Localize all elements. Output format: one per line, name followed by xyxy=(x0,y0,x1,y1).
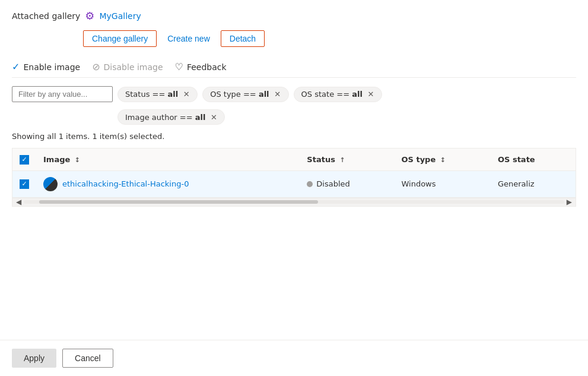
scrollbar-thumb[interactable] xyxy=(39,200,318,204)
table-header-checkbox-cell: ✓ xyxy=(12,148,36,170)
detach-button[interactable]: Detach xyxy=(221,30,265,47)
status-value: Disabled xyxy=(316,179,349,188)
disable-image-label: Disable image xyxy=(104,62,163,72)
status-cell: Disabled xyxy=(307,179,387,188)
table-sort-status-icon[interactable]: ↑ xyxy=(339,156,345,164)
table-row: ✓ ethicalhacking-Ethical-Hacking-0 Disab… xyxy=(12,170,576,197)
table-header-osstate: OS state xyxy=(491,148,576,170)
table-header-image: Image ↕ xyxy=(36,148,300,170)
table-cell-image: ethicalhacking-Ethical-Hacking-0 xyxy=(36,170,300,197)
table-cell-status: Disabled xyxy=(300,170,394,197)
filter-tag-ostype-text: OS type == all xyxy=(210,90,269,99)
filter-tag-status-close[interactable]: ✕ xyxy=(182,90,191,99)
footer: Apply Cancel xyxy=(0,340,588,376)
table-row-checkbox[interactable]: ✓ xyxy=(20,179,29,189)
filter-input[interactable] xyxy=(12,86,113,102)
attached-gallery-header: Attached gallery ⚙ MyGallery xyxy=(12,10,576,22)
gallery-settings-icon: ⚙ xyxy=(85,10,94,22)
feedback-toolbar-item[interactable]: ♡ Feedback xyxy=(175,61,227,72)
filter-tag-status-text: Status == all xyxy=(125,90,178,99)
gallery-name-link[interactable]: MyGallery xyxy=(99,11,141,21)
table-header-status: Status ↑ xyxy=(300,148,394,170)
image-cell: ethicalhacking-Ethical-Hacking-0 xyxy=(43,177,293,191)
table-header-image-label: Image xyxy=(43,155,70,164)
table-row-checkbox-cell: ✓ xyxy=(12,170,36,197)
scrollbar-track[interactable] xyxy=(24,200,564,204)
filter-section: Status == all ✕ OS type == all ✕ OS stat… xyxy=(12,86,576,102)
images-table: ✓ Image ↕ Status ↑ OS type ↕ OS state xyxy=(12,148,576,198)
table-cell-osstate: Generaliz xyxy=(491,170,576,197)
cancel-button[interactable]: Cancel xyxy=(62,349,113,368)
heart-icon: ♡ xyxy=(175,61,183,72)
filter-tag-osstate-text: OS state == all xyxy=(301,90,363,99)
table-sort-image-icon[interactable]: ↕ xyxy=(75,156,80,164)
table-header-ostype-label: OS type xyxy=(401,155,436,164)
scroll-right-arrow[interactable]: ▶ xyxy=(564,198,574,206)
disable-circle-icon: ⊘ xyxy=(92,61,100,72)
filter-tag-imageauthor-text: Image author == all xyxy=(125,113,205,122)
toolbar: ✓ Enable image ⊘ Disable image ♡ Feedbac… xyxy=(12,56,576,78)
filter-tag-osstate-close[interactable]: ✕ xyxy=(366,90,376,99)
table-header-osstate-label: OS state xyxy=(498,155,535,164)
table-header-ostype: OS type ↕ xyxy=(394,148,490,170)
images-table-container: ✓ Image ↕ Status ↑ OS type ↕ OS state xyxy=(12,148,576,207)
count-text: Showing all 1 items. 1 item(s) selected. xyxy=(12,132,576,141)
action-buttons-row: Change gallery Create new Detach xyxy=(12,30,576,47)
enable-image-label: Enable image xyxy=(23,62,80,72)
change-gallery-button[interactable]: Change gallery xyxy=(83,30,157,47)
attached-gallery-label: Attached gallery xyxy=(12,11,80,21)
filter-tag-ostype-close[interactable]: ✕ xyxy=(273,90,282,99)
horizontal-scrollbar[interactable]: ◀ ▶ xyxy=(12,198,576,206)
filter-row2: Image author == all ✕ xyxy=(12,109,576,125)
create-new-button[interactable]: Create new xyxy=(159,31,218,46)
image-thumbnail-icon xyxy=(43,177,58,191)
table-sort-ostype-icon[interactable]: ↕ xyxy=(440,156,446,164)
disable-image-toolbar-item[interactable]: ⊘ Disable image xyxy=(92,61,163,72)
table-header-checkbox[interactable]: ✓ xyxy=(20,155,29,165)
feedback-label: Feedback xyxy=(187,62,227,72)
table-header-status-label: Status xyxy=(307,155,335,164)
filter-tag-osstate: OS state == all ✕ xyxy=(294,87,382,102)
table-header-row: ✓ Image ↕ Status ↑ OS type ↕ OS state xyxy=(12,148,576,170)
filter-tag-imageauthor: Image author == all ✕ xyxy=(117,109,225,125)
apply-button[interactable]: Apply xyxy=(12,349,56,368)
table-cell-ostype: Windows xyxy=(394,170,490,197)
enable-image-toolbar-item[interactable]: ✓ Enable image xyxy=(12,61,80,72)
filter-tag-ostype: OS type == all ✕ xyxy=(202,87,288,102)
filter-tag-status: Status == all ✕ xyxy=(117,87,198,102)
check-icon: ✓ xyxy=(12,61,20,72)
filter-tag-imageauthor-close[interactable]: ✕ xyxy=(209,112,218,122)
status-dot-icon xyxy=(307,181,313,187)
scroll-left-arrow[interactable]: ◀ xyxy=(14,198,24,206)
image-name-link[interactable]: ethicalhacking-Ethical-Hacking-0 xyxy=(62,179,189,188)
